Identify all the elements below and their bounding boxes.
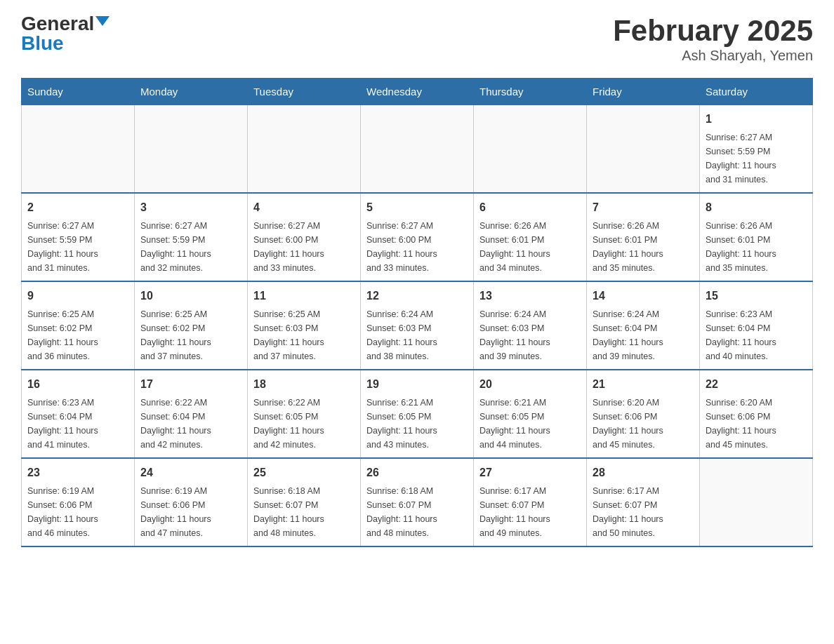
day-info: Sunrise: 6:27 AM Sunset: 5:59 PM Dayligh… bbox=[27, 219, 128, 275]
day-number: 12 bbox=[366, 288, 468, 304]
logo: General Blue bbox=[21, 14, 110, 53]
calendar-cell: 17Sunrise: 6:22 AM Sunset: 6:04 PM Dayli… bbox=[135, 370, 248, 458]
logo-blue-text: Blue bbox=[21, 34, 64, 53]
day-number: 6 bbox=[479, 199, 581, 216]
day-number: 7 bbox=[593, 199, 694, 216]
day-info: Sunrise: 6:23 AM Sunset: 6:04 PM Dayligh… bbox=[27, 396, 128, 452]
calendar-cell: 9Sunrise: 6:25 AM Sunset: 6:02 PM Daylig… bbox=[22, 281, 135, 370]
day-number: 22 bbox=[706, 376, 807, 393]
day-info: Sunrise: 6:25 AM Sunset: 6:03 PM Dayligh… bbox=[253, 307, 355, 363]
day-number: 8 bbox=[706, 199, 807, 216]
calendar-cell: 15Sunrise: 6:23 AM Sunset: 6:04 PM Dayli… bbox=[700, 281, 813, 370]
day-number: 20 bbox=[479, 376, 581, 393]
calendar-cell bbox=[361, 105, 474, 194]
day-number: 23 bbox=[27, 464, 128, 481]
calendar-cell: 28Sunrise: 6:17 AM Sunset: 6:07 PM Dayli… bbox=[587, 458, 700, 546]
day-info: Sunrise: 6:19 AM Sunset: 6:06 PM Dayligh… bbox=[27, 484, 128, 540]
day-info: Sunrise: 6:25 AM Sunset: 6:02 PM Dayligh… bbox=[27, 307, 128, 363]
day-header-monday: Monday bbox=[135, 79, 248, 105]
day-info: Sunrise: 6:24 AM Sunset: 6:03 PM Dayligh… bbox=[479, 307, 581, 363]
day-number: 2 bbox=[27, 199, 128, 216]
day-number: 28 bbox=[593, 464, 694, 481]
calendar-cell: 7Sunrise: 6:26 AM Sunset: 6:01 PM Daylig… bbox=[587, 193, 700, 281]
day-info: Sunrise: 6:26 AM Sunset: 6:01 PM Dayligh… bbox=[479, 219, 581, 275]
day-header-sunday: Sunday bbox=[22, 79, 135, 105]
day-info: Sunrise: 6:27 AM Sunset: 6:00 PM Dayligh… bbox=[253, 219, 355, 275]
day-number: 14 bbox=[593, 288, 694, 304]
calendar-cell: 13Sunrise: 6:24 AM Sunset: 6:03 PM Dayli… bbox=[474, 281, 587, 370]
day-info: Sunrise: 6:22 AM Sunset: 6:04 PM Dayligh… bbox=[140, 396, 241, 452]
month-title: February 2025 bbox=[613, 14, 813, 48]
day-number: 4 bbox=[253, 199, 355, 216]
calendar-cell: 1Sunrise: 6:27 AM Sunset: 5:59 PM Daylig… bbox=[700, 105, 813, 194]
day-number: 1 bbox=[706, 111, 807, 128]
day-info: Sunrise: 6:17 AM Sunset: 6:07 PM Dayligh… bbox=[593, 484, 694, 540]
day-header-wednesday: Wednesday bbox=[361, 79, 474, 105]
day-header-friday: Friday bbox=[587, 79, 700, 105]
day-info: Sunrise: 6:23 AM Sunset: 6:04 PM Dayligh… bbox=[706, 307, 807, 363]
page-header: General Blue February 2025 Ash Sharyah, … bbox=[21, 14, 813, 64]
day-number: 10 bbox=[140, 288, 241, 304]
calendar-cell: 25Sunrise: 6:18 AM Sunset: 6:07 PM Dayli… bbox=[248, 458, 361, 546]
calendar-cell: 6Sunrise: 6:26 AM Sunset: 6:01 PM Daylig… bbox=[474, 193, 587, 281]
calendar-cell: 11Sunrise: 6:25 AM Sunset: 6:03 PM Dayli… bbox=[248, 281, 361, 370]
day-info: Sunrise: 6:22 AM Sunset: 6:05 PM Dayligh… bbox=[253, 396, 355, 452]
title-block: February 2025 Ash Sharyah, Yemen bbox=[613, 14, 813, 64]
calendar-cell bbox=[474, 105, 587, 194]
day-info: Sunrise: 6:20 AM Sunset: 6:06 PM Dayligh… bbox=[706, 396, 807, 452]
calendar-cell bbox=[248, 105, 361, 194]
day-info: Sunrise: 6:24 AM Sunset: 6:04 PM Dayligh… bbox=[593, 307, 694, 363]
week-row-1: 1Sunrise: 6:27 AM Sunset: 5:59 PM Daylig… bbox=[22, 105, 813, 194]
day-header-row: SundayMondayTuesdayWednesdayThursdayFrid… bbox=[22, 79, 813, 105]
day-info: Sunrise: 6:20 AM Sunset: 6:06 PM Dayligh… bbox=[593, 396, 694, 452]
day-info: Sunrise: 6:21 AM Sunset: 6:05 PM Dayligh… bbox=[366, 396, 468, 452]
location-label: Ash Sharyah, Yemen bbox=[613, 48, 813, 64]
calendar-cell: 22Sunrise: 6:20 AM Sunset: 6:06 PM Dayli… bbox=[700, 370, 813, 458]
day-info: Sunrise: 6:27 AM Sunset: 5:59 PM Dayligh… bbox=[706, 130, 807, 187]
calendar-cell: 10Sunrise: 6:25 AM Sunset: 6:02 PM Dayli… bbox=[135, 281, 248, 370]
day-number: 27 bbox=[479, 464, 581, 481]
week-row-2: 2Sunrise: 6:27 AM Sunset: 5:59 PM Daylig… bbox=[22, 193, 813, 281]
week-row-3: 9Sunrise: 6:25 AM Sunset: 6:02 PM Daylig… bbox=[22, 281, 813, 370]
calendar-cell: 23Sunrise: 6:19 AM Sunset: 6:06 PM Dayli… bbox=[22, 458, 135, 546]
calendar-cell: 5Sunrise: 6:27 AM Sunset: 6:00 PM Daylig… bbox=[361, 193, 474, 281]
calendar-cell: 14Sunrise: 6:24 AM Sunset: 6:04 PM Dayli… bbox=[587, 281, 700, 370]
day-info: Sunrise: 6:18 AM Sunset: 6:07 PM Dayligh… bbox=[366, 484, 468, 540]
logo-general-text: General bbox=[21, 14, 94, 34]
day-info: Sunrise: 6:21 AM Sunset: 6:05 PM Dayligh… bbox=[479, 396, 581, 452]
day-info: Sunrise: 6:19 AM Sunset: 6:06 PM Dayligh… bbox=[140, 484, 241, 540]
day-number: 26 bbox=[366, 464, 468, 481]
calendar-cell: 12Sunrise: 6:24 AM Sunset: 6:03 PM Dayli… bbox=[361, 281, 474, 370]
calendar-cell bbox=[700, 458, 813, 546]
calendar-table: SundayMondayTuesdayWednesdayThursdayFrid… bbox=[21, 78, 813, 547]
calendar-cell: 21Sunrise: 6:20 AM Sunset: 6:06 PM Dayli… bbox=[587, 370, 700, 458]
day-info: Sunrise: 6:18 AM Sunset: 6:07 PM Dayligh… bbox=[253, 484, 355, 540]
day-number: 17 bbox=[140, 376, 241, 393]
week-row-5: 23Sunrise: 6:19 AM Sunset: 6:06 PM Dayli… bbox=[22, 458, 813, 546]
calendar-body: 1Sunrise: 6:27 AM Sunset: 5:59 PM Daylig… bbox=[22, 105, 813, 547]
calendar-cell: 24Sunrise: 6:19 AM Sunset: 6:06 PM Dayli… bbox=[135, 458, 248, 546]
day-number: 16 bbox=[27, 376, 128, 393]
day-info: Sunrise: 6:26 AM Sunset: 6:01 PM Dayligh… bbox=[706, 219, 807, 275]
day-info: Sunrise: 6:17 AM Sunset: 6:07 PM Dayligh… bbox=[479, 484, 581, 540]
calendar-cell: 18Sunrise: 6:22 AM Sunset: 6:05 PM Dayli… bbox=[248, 370, 361, 458]
day-header-tuesday: Tuesday bbox=[248, 79, 361, 105]
day-info: Sunrise: 6:26 AM Sunset: 6:01 PM Dayligh… bbox=[593, 219, 694, 275]
calendar-cell: 27Sunrise: 6:17 AM Sunset: 6:07 PM Dayli… bbox=[474, 458, 587, 546]
calendar-cell: 2Sunrise: 6:27 AM Sunset: 5:59 PM Daylig… bbox=[22, 193, 135, 281]
day-number: 3 bbox=[140, 199, 241, 216]
calendar-cell bbox=[22, 105, 135, 194]
calendar-cell: 8Sunrise: 6:26 AM Sunset: 6:01 PM Daylig… bbox=[700, 193, 813, 281]
day-number: 18 bbox=[253, 376, 355, 393]
calendar-cell: 20Sunrise: 6:21 AM Sunset: 6:05 PM Dayli… bbox=[474, 370, 587, 458]
day-header-thursday: Thursday bbox=[474, 79, 587, 105]
day-number: 24 bbox=[140, 464, 241, 481]
calendar-cell: 3Sunrise: 6:27 AM Sunset: 5:59 PM Daylig… bbox=[135, 193, 248, 281]
day-header-saturday: Saturday bbox=[700, 79, 813, 105]
calendar-cell bbox=[135, 105, 248, 194]
day-info: Sunrise: 6:25 AM Sunset: 6:02 PM Dayligh… bbox=[140, 307, 241, 363]
calendar-cell bbox=[587, 105, 700, 194]
day-number: 11 bbox=[253, 288, 355, 304]
day-number: 21 bbox=[593, 376, 694, 393]
day-number: 19 bbox=[366, 376, 468, 393]
